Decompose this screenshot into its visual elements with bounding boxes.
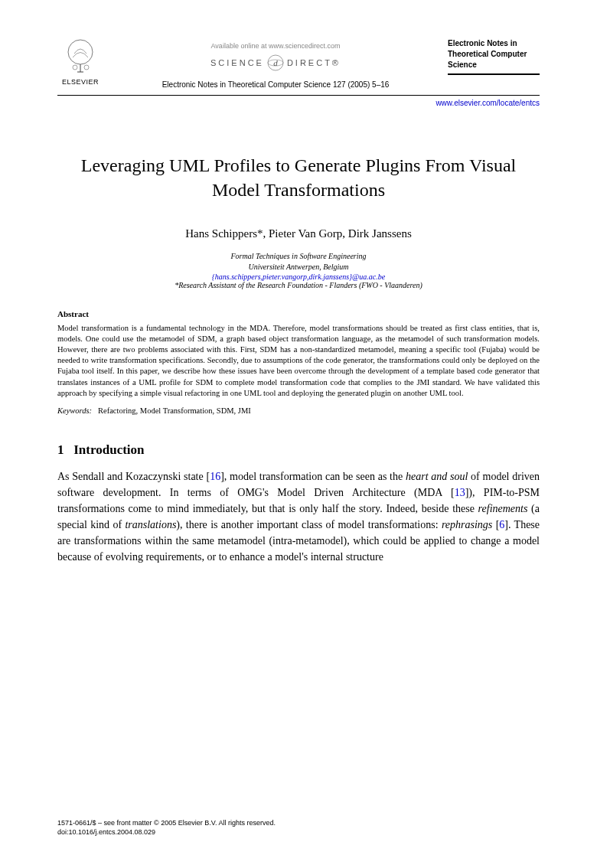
sd-right: DIRECT® xyxy=(287,58,341,67)
author-emails[interactable]: {hans.schippers,pieter.vangorp,dirk.jans… xyxy=(57,272,540,281)
abstract-text: Model transformation is a fundamental te… xyxy=(57,323,540,399)
affiliation-univ: Universiteit Antwerpen, Belgium xyxy=(57,262,540,272)
citation-13[interactable]: 13 xyxy=(455,487,465,498)
authors: Hans Schippers*, Pieter Van Gorp, Dirk J… xyxy=(57,227,540,240)
citation: Electronic Notes in Theoretical Computer… xyxy=(103,80,448,89)
keywords-label: Keywords: xyxy=(57,406,92,415)
header-divider xyxy=(57,95,540,96)
copyright-line: 1571-0661/$ – see front matter © 2005 El… xyxy=(57,818,540,828)
available-online: Available online at www.sciencedirect.co… xyxy=(103,42,448,50)
journal-box: Electronic Notes in Theoretical Computer… xyxy=(448,38,540,75)
svg-text:d: d xyxy=(273,58,278,67)
sd-left: SCIENCE xyxy=(210,58,264,67)
intro-paragraph: As Sendall and Kozaczynski state [16], m… xyxy=(57,468,540,565)
funding-note: *Research Assistant of the Research Foun… xyxy=(57,281,540,289)
center-header: Available online at www.sciencedirect.co… xyxy=(103,38,448,89)
doi-line: doi:10.1016/j.entcs.2004.08.029 xyxy=(57,827,540,837)
elsevier-tree-icon xyxy=(64,38,98,77)
svg-point-2 xyxy=(84,65,89,70)
section-number: 1 xyxy=(57,442,64,457)
page-header: ELSEVIER Available online at www.science… xyxy=(57,38,540,89)
locate-link[interactable]: www.elsevier.com/locate/entcs xyxy=(57,99,540,107)
section-title: Introduction xyxy=(73,442,144,457)
keywords-list: Refactoring, Model Transformation, SDM, … xyxy=(98,406,251,415)
svg-point-0 xyxy=(68,40,93,64)
publisher-name: ELSEVIER xyxy=(62,78,99,86)
journal-name: Electronic Notes in Theoretical Computer… xyxy=(448,38,540,70)
citation-16[interactable]: 16 xyxy=(210,471,220,482)
sciencedirect-logo: SCIENCE d DIRECT® xyxy=(103,54,448,71)
affiliation-dept: Formal Techniques in Software Engineerin… xyxy=(57,251,540,262)
footer: 1571-0661/$ – see front matter © 2005 El… xyxy=(57,818,540,837)
publisher-logo: ELSEVIER xyxy=(57,38,103,86)
section-1-heading: 1 Introduction xyxy=(57,442,540,458)
svg-point-1 xyxy=(73,65,77,70)
paper-title: Leveraging UML Profiles to Generate Plug… xyxy=(57,153,540,203)
sd-orb-icon: d xyxy=(267,54,284,71)
abstract-heading: Abstract xyxy=(57,309,540,318)
keywords-line: Keywords: Refactoring, Model Transformat… xyxy=(57,406,540,415)
